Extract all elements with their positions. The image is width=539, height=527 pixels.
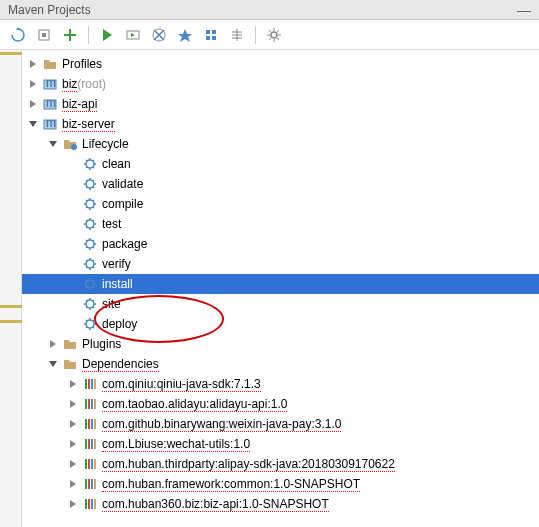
lifecycle-item-site[interactable]: site xyxy=(22,294,539,314)
svg-rect-7 xyxy=(212,36,216,40)
lifecycle-item-compile[interactable]: compile xyxy=(22,194,539,214)
node-suffix: (root) xyxy=(77,77,106,91)
minimize-button[interactable]: — xyxy=(517,2,531,18)
dependency-item[interactable]: com.huban.thirdparty:alipay-sdk-java:201… xyxy=(22,454,539,474)
svg-rect-31 xyxy=(91,399,93,409)
run-icon[interactable] xyxy=(97,25,117,45)
lifecycle-label: compile xyxy=(102,197,143,211)
node-label: Lifecycle xyxy=(82,137,129,151)
main-area: Profiles m biz (root) m biz-api m biz-se… xyxy=(0,50,539,527)
gear-icon xyxy=(82,276,98,292)
gear-icon xyxy=(82,176,98,192)
dependency-label: com.Lbiuse:wechat-utils:1.0 xyxy=(102,437,250,452)
lifecycle-item-validate[interactable]: validate xyxy=(22,174,539,194)
tree-node-lifecycle[interactable]: Lifecycle xyxy=(22,134,539,154)
library-icon xyxy=(82,476,98,492)
svg-text:m: m xyxy=(46,117,56,130)
lifecycle-item-clean[interactable]: clean xyxy=(22,154,539,174)
add-icon[interactable] xyxy=(60,25,80,45)
expand-arrow-icon[interactable] xyxy=(46,337,60,351)
toolbar-separator xyxy=(255,26,256,44)
node-label: biz-api xyxy=(62,97,97,112)
library-icon xyxy=(82,496,98,512)
lifecycle-label: site xyxy=(102,297,121,311)
tree-node-profiles[interactable]: Profiles xyxy=(22,54,539,74)
gear-icon xyxy=(82,256,98,272)
node-label: biz xyxy=(62,77,77,92)
lifecycle-item-verify[interactable]: verify xyxy=(22,254,539,274)
tree-node-biz-server[interactable]: m biz-server xyxy=(22,114,539,134)
expand-arrow-icon[interactable] xyxy=(26,77,40,91)
expand-arrow-icon[interactable] xyxy=(66,477,80,491)
library-icon xyxy=(82,376,98,392)
svg-rect-29 xyxy=(85,399,87,409)
dependency-item[interactable]: com.Lbiuse:wechat-utils:1.0 xyxy=(22,434,539,454)
expand-arrow-icon[interactable] xyxy=(66,377,80,391)
expand-arrow-icon[interactable] xyxy=(66,397,80,411)
svg-rect-32 xyxy=(94,399,96,409)
svg-rect-37 xyxy=(85,439,87,449)
svg-point-15 xyxy=(71,144,77,150)
svg-rect-40 xyxy=(94,439,96,449)
gear-icon xyxy=(82,316,98,332)
gear-icon xyxy=(82,216,98,232)
collapse-icon[interactable] xyxy=(227,25,247,45)
dependency-item[interactable]: com.github.binarywang:weixin-java-pay:3.… xyxy=(22,414,539,434)
gutter-marker xyxy=(0,52,22,55)
maven-module-icon: m xyxy=(42,116,58,132)
expand-arrow-icon[interactable] xyxy=(66,417,80,431)
collapse-arrow-icon[interactable] xyxy=(26,117,40,131)
svg-rect-5 xyxy=(212,30,216,34)
svg-rect-25 xyxy=(85,379,87,389)
dependency-label: com.qiniu:qiniu-java-sdk:7.1.3 xyxy=(102,377,261,392)
gutter xyxy=(0,50,22,527)
collapse-arrow-icon[interactable] xyxy=(46,357,60,371)
lifecycle-item-deploy[interactable]: deploy xyxy=(22,314,539,334)
svg-rect-36 xyxy=(94,419,96,429)
lifecycle-label: install xyxy=(102,277,133,291)
generate-icon[interactable] xyxy=(34,25,54,45)
folder-icon xyxy=(62,336,78,352)
toolbar xyxy=(0,20,539,50)
expand-arrow-icon[interactable] xyxy=(66,497,80,511)
lifecycle-label: package xyxy=(102,237,147,251)
dependency-item[interactable]: com.huban.framework:common:1.0-SNAPSHOT xyxy=(22,474,539,494)
run-config-icon[interactable] xyxy=(123,25,143,45)
folder-icon xyxy=(42,56,58,72)
lifecycle-item-package[interactable]: package xyxy=(22,234,539,254)
expand-arrow-icon[interactable] xyxy=(26,57,40,71)
library-icon xyxy=(82,436,98,452)
svg-rect-35 xyxy=(91,419,93,429)
tree: Profiles m biz (root) m biz-api m biz-se… xyxy=(22,50,539,527)
node-label: biz-server xyxy=(62,117,115,132)
skip-tests-icon[interactable] xyxy=(149,25,169,45)
tree-node-biz-api[interactable]: m biz-api xyxy=(22,94,539,114)
library-icon xyxy=(82,416,98,432)
svg-rect-51 xyxy=(91,499,93,509)
settings-icon[interactable] xyxy=(264,25,284,45)
download-icon[interactable] xyxy=(201,25,221,45)
collapse-arrow-icon[interactable] xyxy=(46,137,60,151)
svg-rect-42 xyxy=(88,459,90,469)
gear-icon xyxy=(82,156,98,172)
lifecycle-item-test[interactable]: test xyxy=(22,214,539,234)
expand-arrow-icon[interactable] xyxy=(66,457,80,471)
tree-node-dependencies[interactable]: Dependencies xyxy=(22,354,539,374)
folder-icon xyxy=(62,356,78,372)
dependency-label: com.huban.framework:common:1.0-SNAPSHOT xyxy=(102,477,360,492)
svg-rect-52 xyxy=(94,499,96,509)
reimport-icon[interactable] xyxy=(8,25,28,45)
tree-node-plugins[interactable]: Plugins xyxy=(22,334,539,354)
dependency-item[interactable]: com.qiniu:qiniu-java-sdk:7.1.3 xyxy=(22,374,539,394)
library-icon xyxy=(82,456,98,472)
tree-node-biz-root[interactable]: m biz (root) xyxy=(22,74,539,94)
expand-arrow-icon[interactable] xyxy=(26,97,40,111)
dependency-item[interactable]: com.taobao.alidayu:alidayu-api:1.0 xyxy=(22,394,539,414)
dependency-item[interactable]: com.huban360.biz:biz-api:1.0-SNAPSHOT xyxy=(22,494,539,514)
svg-rect-38 xyxy=(88,439,90,449)
lifecycle-item-install[interactable]: install xyxy=(22,274,539,294)
offline-icon[interactable] xyxy=(175,25,195,45)
expand-arrow-icon[interactable] xyxy=(66,437,80,451)
svg-rect-27 xyxy=(91,379,93,389)
svg-text:m: m xyxy=(46,97,56,110)
